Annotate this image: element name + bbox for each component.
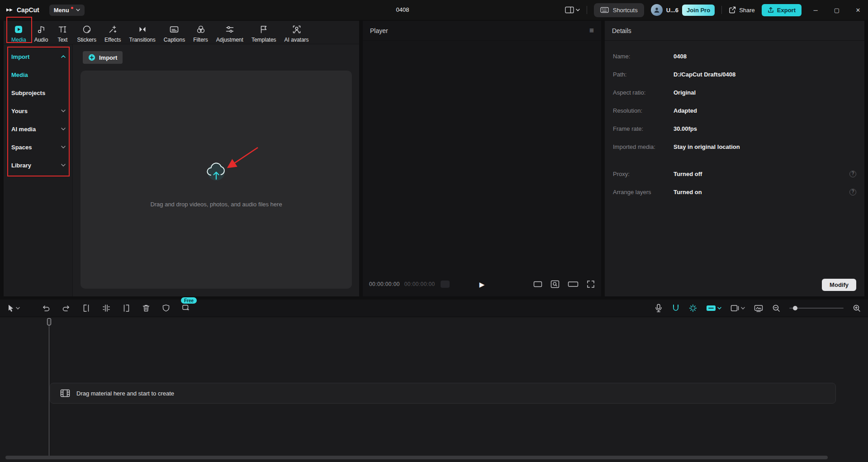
play-button[interactable]: ▶: [479, 281, 485, 288]
export-button[interactable]: Export: [762, 4, 802, 16]
tab-adjustment[interactable]: Adjustment: [212, 24, 247, 44]
tab-label: Captions: [164, 37, 185, 43]
linking-icon[interactable]: [706, 305, 721, 312]
text-tab-icon: [57, 24, 67, 34]
tab-transitions[interactable]: Transitions: [125, 24, 160, 44]
tab-templates[interactable]: Templates: [247, 24, 280, 44]
tab-label: AI avatars: [285, 37, 309, 43]
shortcuts-button[interactable]: Shortcuts: [594, 3, 644, 17]
delete-button[interactable]: [142, 304, 150, 312]
chevron-down-icon: [61, 128, 66, 130]
playhead-head[interactable]: [47, 318, 51, 325]
sidebar-item-label: Spaces: [11, 144, 32, 151]
auto-snap-icon[interactable]: [689, 304, 697, 312]
info-icon[interactable]: ?: [849, 171, 856, 177]
maximize-button[interactable]: ▢: [830, 0, 844, 20]
sidebar-item-spaces[interactable]: Spaces: [4, 138, 72, 156]
sidebar-item-label: Media: [11, 71, 28, 78]
preview-axis-icon[interactable]: [730, 305, 745, 312]
minimize-button[interactable]: ─: [808, 0, 823, 20]
details-row-resolution: Resolution: Adapted: [613, 101, 856, 119]
undo-button[interactable]: [42, 305, 50, 312]
frame-step-icon[interactable]: [441, 281, 450, 288]
username: U...6: [666, 7, 678, 14]
share-button[interactable]: Share: [729, 6, 755, 14]
tab-text[interactable]: Text: [52, 24, 73, 44]
horizontal-scrollbar[interactable]: [5, 456, 828, 459]
resolution-icon[interactable]: [568, 281, 579, 287]
details-row-path: Path: D:/CapCut Drafts/0408: [613, 65, 856, 83]
audio-tab-icon: [36, 24, 46, 34]
playhead[interactable]: [47, 318, 51, 325]
join-pro-button[interactable]: Join Pro: [682, 5, 715, 16]
sidebar-item-yours[interactable]: Yours: [4, 102, 72, 120]
keyboard-icon: [600, 7, 609, 13]
player-controls: 00:00:00:00 00:00:00:00 ▶: [363, 276, 601, 292]
media-content: Import Drag and drop videos, photos, and…: [72, 44, 359, 296]
tab-label: Templates: [251, 37, 276, 43]
close-button[interactable]: ✕: [851, 0, 865, 20]
workspace-layout-icon[interactable]: [565, 6, 580, 14]
tab-ai-avatars[interactable]: AI avatars: [280, 24, 313, 44]
export-label: Export: [777, 7, 796, 14]
delete-right-icon[interactable]: [122, 304, 130, 312]
sidebar-item-media[interactable]: Media: [4, 66, 72, 84]
notification-dot: [71, 7, 73, 9]
modify-button[interactable]: Modify: [822, 279, 856, 291]
sidebar-item-subprojects[interactable]: Subprojects: [4, 84, 72, 102]
media-dropzone[interactable]: Drag and drop videos, photos, and audio …: [81, 71, 352, 289]
timeline[interactable]: Drag material here and start to create: [0, 317, 868, 462]
smart-edit-icon[interactable]: Free: [182, 304, 191, 312]
capcut-logo-icon: [5, 6, 14, 14]
magnet-snap-icon[interactable]: [672, 304, 680, 312]
import-button[interactable]: Import: [83, 51, 123, 64]
cover-settings-icon[interactable]: [754, 305, 763, 312]
player-title: Player: [370, 27, 388, 34]
tab-audio[interactable]: Audio: [30, 24, 52, 44]
sidebar-item-ai-media[interactable]: AI media: [4, 120, 72, 138]
ai-avatars-tab-icon: [292, 24, 302, 34]
tab-label: Audio: [34, 37, 48, 43]
zoom-slider-knob[interactable]: [793, 306, 797, 310]
info-icon[interactable]: ?: [849, 189, 856, 195]
avatar[interactable]: [651, 4, 663, 16]
player-panel: Player ≡ 00:00:00:00 00:00:00:00 ▶: [363, 21, 601, 296]
tab-media[interactable]: Media: [7, 24, 30, 44]
delete-left-icon[interactable]: [82, 304, 90, 312]
timeline-zoom-slider[interactable]: [789, 308, 844, 309]
project-title: 0408: [371, 0, 434, 20]
player-menu-icon[interactable]: ≡: [589, 26, 594, 35]
tab-filters[interactable]: Filters: [189, 24, 212, 44]
details-panel: Details Name: 0408 Path: D:/CapCut Draft…: [605, 21, 864, 296]
user-chip[interactable]: U...6 Join Pro: [651, 4, 715, 16]
tab-captions[interactable]: Captions: [160, 24, 189, 44]
menu-button[interactable]: Menu: [49, 5, 85, 16]
tab-effects[interactable]: Effects: [100, 24, 125, 44]
logo-text: CapCut: [17, 6, 39, 14]
captions-tab-icon: [169, 24, 179, 34]
sidebar-item-label: Import: [11, 53, 29, 60]
details-row-aspect-ratio: Aspect ratio: Original: [613, 83, 856, 101]
sidebar-item-import[interactable]: Import: [4, 48, 72, 66]
sidebar-item-label: Subprojects: [11, 90, 45, 96]
cloud-upload-icon: [203, 160, 229, 183]
mask-icon[interactable]: [162, 304, 170, 312]
redo-button[interactable]: [62, 305, 71, 312]
details-row-proxy: Proxy: Turned off ?: [613, 165, 856, 183]
media-clip-icon: [60, 389, 70, 397]
tab-label: Adjustment: [216, 37, 243, 43]
stickers-tab-icon: [82, 24, 92, 34]
fullscreen-icon[interactable]: [587, 280, 595, 288]
sidebar-item-library[interactable]: Library: [4, 156, 72, 174]
fit-zoom-icon[interactable]: [550, 280, 560, 288]
menu-label: Menu: [54, 7, 69, 14]
zoom-out-icon[interactable]: [772, 304, 780, 312]
tab-label: Text: [57, 37, 67, 43]
tab-stickers[interactable]: Stickers: [73, 24, 100, 44]
ratio-icon[interactable]: [533, 281, 542, 288]
record-voiceover-icon[interactable]: [655, 304, 663, 313]
track-drop-area[interactable]: Drag material here and start to create: [50, 383, 836, 404]
split-icon[interactable]: [102, 304, 110, 312]
select-tool-button[interactable]: [7, 304, 20, 312]
zoom-in-icon[interactable]: [853, 304, 861, 312]
